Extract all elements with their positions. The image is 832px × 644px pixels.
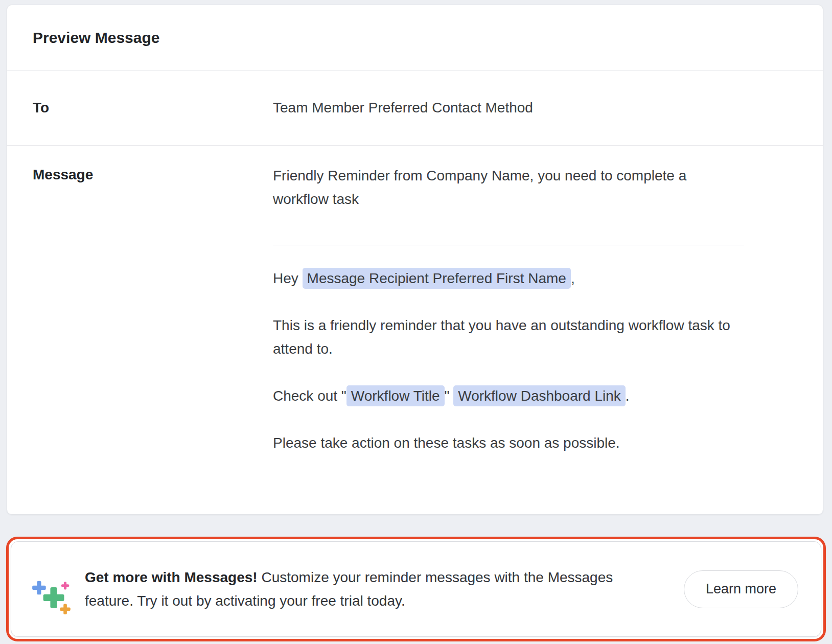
plus-green-glyph (43, 587, 64, 608)
to-value: Team Member Preferred Contact Method (273, 97, 823, 119)
message-text: , (571, 270, 575, 286)
message-text: This is a friendly reminder that you hav… (273, 317, 730, 357)
message-label: Message (7, 164, 273, 478)
merge-field-token: Workflow Title (346, 385, 445, 406)
plus-blue-glyph (32, 581, 46, 594)
message-text: Hey (273, 270, 303, 286)
learn-more-button[interactable]: Learn more (684, 570, 798, 608)
message-row: Message Friendly Reminder from Company N… (7, 146, 823, 478)
message-subject: Friendly Reminder from Company Name, you… (273, 164, 733, 211)
banner-title: Get more with Messages! (85, 569, 258, 585)
to-row: To Team Member Preferred Contact Method (7, 71, 823, 146)
plus-orange-glyph (60, 604, 70, 614)
message-text: " (445, 388, 454, 404)
to-label: To (7, 97, 273, 119)
message-text: Check out " (273, 388, 346, 404)
card-title: Preview Message (7, 5, 823, 71)
merge-field-token: Message Recipient Preferred First Name (303, 268, 571, 289)
message-paragraph: Please take action on these tasks as soo… (273, 431, 733, 455)
messages-sparkle-icon (29, 563, 76, 616)
message-text: . (626, 388, 630, 404)
message-paragraph: This is a friendly reminder that you hav… (273, 314, 733, 361)
plus-pink-glyph (61, 582, 69, 589)
message-paragraph: Hey Message Recipient Preferred First Na… (273, 267, 733, 290)
preview-message-card: Preview Message To Team Member Preferred… (7, 5, 823, 515)
promo-banner: Get more with Messages! Customize your r… (6, 537, 826, 641)
message-text: Please take action on these tasks as soo… (273, 435, 620, 451)
banner-text: Get more with Messages! Customize your r… (85, 566, 657, 613)
merge-field-token: Workflow Dashboard Link (453, 385, 626, 406)
promo-banner-card: Get more with Messages! Customize your r… (11, 541, 821, 637)
message-divider (273, 245, 744, 245)
message-body: Hey Message Recipient Preferred First Na… (273, 267, 733, 455)
message-paragraph: Check out "Workflow Title" Workflow Dash… (273, 384, 733, 408)
